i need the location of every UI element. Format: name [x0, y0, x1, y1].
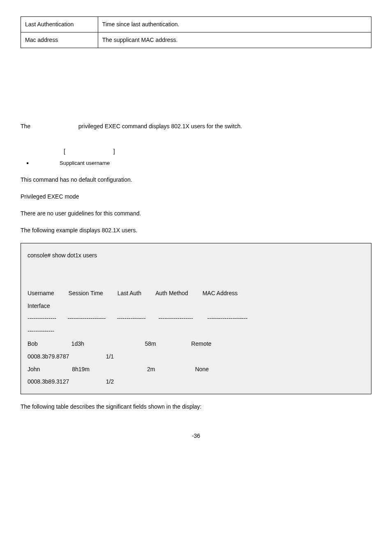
command-mode: Privileged EXEC mode [21, 192, 371, 201]
open-bracket: [ [64, 148, 65, 155]
syntax-bullet-item: Supplicant username [33, 159, 371, 167]
example-intro: The following example displays 802.1X us… [21, 226, 371, 235]
page-number: -36 [21, 432, 371, 440]
intro-paragraph: The privileged EXEC command displays 802… [21, 122, 371, 131]
syntax-bullet-text: Supplicant username [60, 160, 110, 166]
close-bracket: ] [113, 148, 115, 155]
default-config: This command has no default configuratio… [21, 176, 371, 184]
example-block: console# show dot1x users Username Sessi… [21, 243, 371, 395]
definition-label: Mac address [21, 32, 98, 48]
footer-text: The following table describes the signif… [21, 402, 371, 411]
intro-prefix: The [21, 123, 30, 130]
intro-rest: privileged EXEC command displays 802.1X … [78, 123, 242, 130]
syntax-brackets: [ ] [21, 147, 371, 156]
syntax-section: [ ] Supplicant username [21, 147, 371, 167]
syntax-bullet-list: Supplicant username [21, 159, 371, 167]
table-row: Mac address The supplicant MAC address. [21, 32, 371, 48]
table-row: Last Authentication Time since last auth… [21, 17, 371, 32]
definition-label: Last Authentication [21, 17, 98, 32]
user-guidelines: There are no user guidelines for this co… [21, 209, 371, 218]
definition-desc: Time since last authentication. [98, 17, 371, 32]
definition-table: Last Authentication Time since last auth… [21, 16, 371, 48]
definition-desc: The supplicant MAC address. [98, 32, 371, 48]
